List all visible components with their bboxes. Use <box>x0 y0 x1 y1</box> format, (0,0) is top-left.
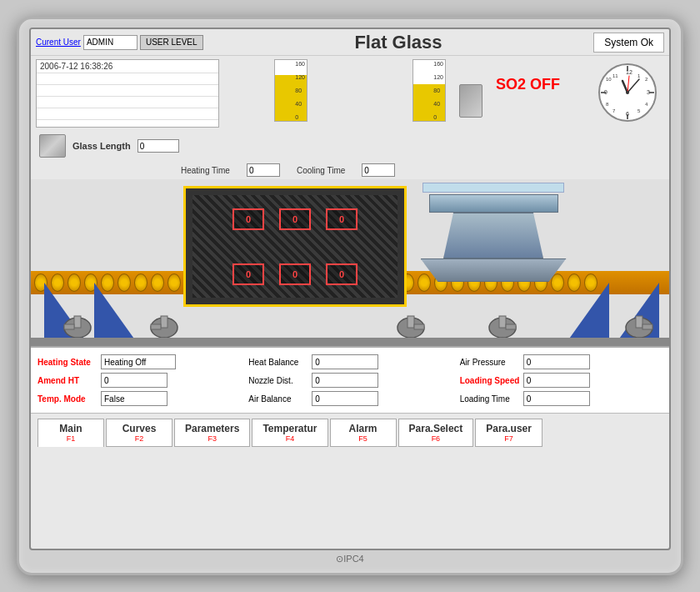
air-balance-label: Air Balance <box>248 394 308 404</box>
system-ok-button[interactable]: System Ok <box>593 33 664 53</box>
tab-main-label: Main <box>59 423 82 434</box>
svg-text:10: 10 <box>606 77 612 82</box>
heating-state-input[interactable] <box>101 354 176 369</box>
air-balance-input[interactable] <box>312 391 378 406</box>
loading-speed-label: Loading Speed <box>460 376 520 385</box>
tab-parameters-label: Parameters <box>185 423 239 434</box>
glass-plate <box>422 183 564 193</box>
tab-temperatur-key: F4 <box>286 434 295 443</box>
svg-text:9: 9 <box>604 89 608 95</box>
amend-ht-row: Amend HT <box>38 371 243 389</box>
admin-input[interactable] <box>83 35 138 50</box>
tab-para-user-key: F7 <box>504 434 513 443</box>
tab-temperatur[interactable]: Temperatur F4 <box>252 419 328 447</box>
loading-time-input[interactable] <box>523 391 590 406</box>
furnace-cell: 0 <box>279 208 311 230</box>
tab-alarm-key: F5 <box>358 434 368 443</box>
heat-balance-input[interactable] <box>312 354 378 369</box>
current-user-label[interactable]: Curent User <box>36 38 81 47</box>
cooling-hood-top <box>429 194 558 213</box>
heat-balance-label: Heat Balance <box>248 358 308 367</box>
cooling-hood-body <box>443 213 543 258</box>
tab-parameters[interactable]: Parameters F3 <box>174 419 250 447</box>
table-row <box>37 108 218 120</box>
loading-speed-input[interactable] <box>523 373 590 388</box>
heating-time-label: Heating Time <box>181 166 230 175</box>
user-level-button[interactable]: USER LEVEL <box>140 35 203 50</box>
furnace-cell: 0 <box>232 208 264 230</box>
table-rows <box>37 73 218 120</box>
tab-para-select-key: F6 <box>432 434 441 443</box>
air-pressure-row: Air Pressure <box>460 353 666 371</box>
tab-alarm-label: Alarm <box>349 423 378 434</box>
monitor: Curent User USER LEVEL Flat Glass System… <box>17 17 683 575</box>
temp-mode-input[interactable] <box>101 391 168 406</box>
furnace-cell: 0 <box>232 263 264 285</box>
tab-main[interactable]: Main F1 <box>38 419 104 447</box>
tab-para-select[interactable]: Para.Select F6 <box>398 419 474 447</box>
amend-ht-label: Amend HT <box>38 376 98 385</box>
table-row <box>37 73 218 85</box>
ground-line <box>31 338 671 346</box>
tab-alarm[interactable]: Alarm F5 <box>330 419 397 447</box>
tab-curves-label: Curves <box>122 423 157 434</box>
right-triangle <box>568 283 609 341</box>
tab-curves[interactable]: Curves F2 <box>106 419 172 447</box>
svg-rect-26 <box>151 324 161 329</box>
svg-text:11: 11 <box>612 73 618 78</box>
heat-balance-row: Heat Balance <box>248 353 454 371</box>
amend-ht-input[interactable] <box>101 373 168 388</box>
furnace-cell: 0 <box>326 263 358 285</box>
cooling-hood-base <box>421 258 567 282</box>
roller <box>151 273 164 292</box>
loading-time-label: Loading Time <box>460 394 520 404</box>
furnace-cell: 0 <box>326 208 358 230</box>
svg-rect-31 <box>499 316 506 328</box>
svg-rect-35 <box>642 324 652 329</box>
tab-curves-key: F2 <box>135 434 144 443</box>
tab-bar: Main F1 Curves F2 Parameters F3 Temperat… <box>31 413 669 447</box>
svg-rect-29 <box>414 324 424 329</box>
air-pressure-input[interactable] <box>523 354 590 369</box>
glass-length-area: Glass Length <box>31 131 669 161</box>
svg-rect-22 <box>74 316 81 328</box>
roller <box>134 273 148 292</box>
screen: Curent User USER LEVEL Flat Glass System… <box>29 28 671 550</box>
furnace-area: Button Stop System Stop Repair <box>31 179 671 346</box>
time-row: Heating Time Cooling Time <box>31 161 669 179</box>
right-gauge-ticks: 160 120 80 40 0 <box>432 60 445 121</box>
so2-status: SO2 OFF <box>496 76 560 128</box>
svg-rect-25 <box>161 316 168 328</box>
control-panel: Heating State Amend HT Temp. Mode <box>31 346 671 413</box>
tab-para-select-label: Para.Select <box>409 423 463 434</box>
glass-length-input[interactable] <box>138 139 179 153</box>
glass-length-label: Glass Length <box>72 141 131 151</box>
top-bar: Curent User USER LEVEL Flat Glass System… <box>31 29 669 56</box>
svg-rect-23 <box>64 324 74 329</box>
nozzle-dist-input[interactable] <box>312 373 378 388</box>
so2-label: SO2 OFF <box>496 76 560 93</box>
right-gauge: 160 120 80 40 0 <box>412 59 446 122</box>
user-section: Curent User USER LEVEL <box>36 35 203 50</box>
tab-para-user[interactable]: Para.user F7 <box>475 419 542 447</box>
clock-face: 12 3 6 9 1 2 4 5 7 8 10 11 <box>598 63 658 123</box>
heating-time-input[interactable] <box>247 163 280 177</box>
furnace-box: 0 0 0 0 0 0 <box>183 186 407 307</box>
valve-icon <box>459 84 482 128</box>
tab-temperatur-label: Temperatur <box>262 423 317 434</box>
furnace-bottom-row: 0 0 0 <box>232 263 358 285</box>
svg-text:3: 3 <box>647 89 650 95</box>
svg-point-20 <box>626 91 629 94</box>
heating-state-row: Heating State <box>38 353 243 371</box>
table-row <box>37 85 218 97</box>
furnace-cell: 0 <box>279 263 311 285</box>
svg-text:6: 6 <box>626 111 629 117</box>
heating-state-label: Heating State <box>38 358 98 367</box>
cooling-hood-area <box>414 183 572 282</box>
svg-rect-32 <box>506 324 516 329</box>
svg-text:12: 12 <box>626 69 632 75</box>
cooling-time-input[interactable] <box>362 163 395 177</box>
ipc-logo: ⊙IPC4 <box>336 554 363 564</box>
page-title: Flat Glass <box>207 32 591 53</box>
control-grid: Heating State Amend HT Temp. Mode <box>38 353 666 408</box>
